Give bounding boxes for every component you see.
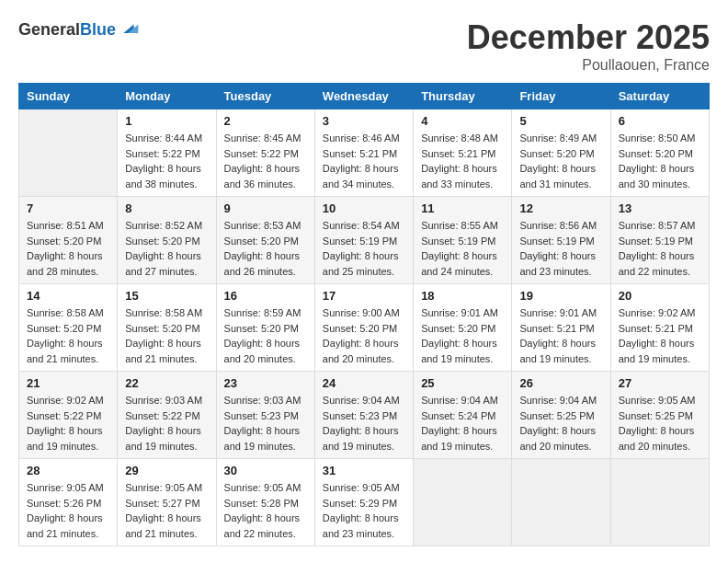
- day-number: 11: [421, 201, 504, 215]
- daylight-text: Daylight: 8 hours and 20 minutes.: [619, 423, 701, 454]
- sunrise-text: Sunrise: 8:58 AM: [27, 305, 109, 321]
- weekday-header: Thursday: [414, 84, 512, 109]
- sunrise-text: Sunrise: 8:46 AM: [323, 131, 405, 146]
- daylight-text: Daylight: 8 hours and 28 minutes.: [27, 248, 109, 279]
- day-number: 3: [323, 114, 405, 128]
- calendar-cell: 25Sunrise: 9:04 AMSunset: 5:24 PMDayligh…: [414, 372, 512, 459]
- day-info: Sunrise: 9:04 AMSunset: 5:24 PMDaylight:…: [421, 393, 504, 454]
- day-number: 19: [519, 289, 602, 303]
- day-number: 13: [619, 201, 701, 215]
- sunset-text: Sunset: 5:20 PM: [125, 234, 208, 249]
- sunrise-text: Sunrise: 8:51 AM: [27, 218, 109, 234]
- sunset-text: Sunset: 5:20 PM: [421, 321, 504, 337]
- day-number: 25: [421, 376, 504, 390]
- sunrise-text: Sunrise: 9:05 AM: [323, 480, 405, 496]
- day-info: Sunrise: 9:05 AMSunset: 5:27 PMDaylight:…: [125, 480, 208, 541]
- daylight-text: Daylight: 8 hours and 19 minutes.: [519, 336, 602, 366]
- calendar-cell: 24Sunrise: 9:04 AMSunset: 5:23 PMDayligh…: [314, 372, 413, 459]
- sunset-text: Sunset: 5:26 PM: [27, 496, 109, 511]
- sunset-text: Sunset: 5:21 PM: [619, 321, 701, 337]
- calendar-cell: 4Sunrise: 8:48 AMSunset: 5:21 PMDaylight…: [414, 109, 512, 197]
- day-info: Sunrise: 9:05 AMSunset: 5:28 PMDaylight:…: [224, 480, 307, 541]
- sunset-text: Sunset: 5:25 PM: [619, 408, 701, 424]
- sunset-text: Sunset: 5:28 PM: [224, 496, 307, 511]
- day-info: Sunrise: 8:45 AMSunset: 5:22 PMDaylight:…: [224, 131, 307, 191]
- day-info: Sunrise: 8:58 AMSunset: 5:20 PMDaylight:…: [125, 305, 208, 366]
- daylight-text: Daylight: 8 hours and 30 minutes.: [619, 161, 701, 191]
- calendar-week-row: 28Sunrise: 9:05 AMSunset: 5:26 PMDayligh…: [19, 459, 710, 546]
- calendar-cell: 31Sunrise: 9:05 AMSunset: 5:29 PMDayligh…: [314, 459, 413, 546]
- daylight-text: Daylight: 8 hours and 31 minutes.: [519, 161, 602, 191]
- daylight-text: Daylight: 8 hours and 20 minutes.: [519, 423, 602, 454]
- calendar-cell: 8Sunrise: 8:52 AMSunset: 5:20 PMDaylight…: [118, 197, 216, 284]
- sunrise-text: Sunrise: 8:44 AM: [125, 131, 208, 146]
- weekday-header: Sunday: [19, 84, 118, 109]
- logo: GeneralBlue: [18, 18, 140, 40]
- day-number: 18: [421, 289, 504, 303]
- sunrise-text: Sunrise: 8:53 AM: [224, 218, 307, 234]
- title-area: December 2025 Poullaouen, France: [467, 18, 710, 74]
- daylight-text: Daylight: 8 hours and 38 minutes.: [125, 161, 208, 191]
- sunset-text: Sunset: 5:23 PM: [224, 408, 307, 424]
- sunset-text: Sunset: 5:27 PM: [125, 496, 208, 511]
- day-info: Sunrise: 9:05 AMSunset: 5:26 PMDaylight:…: [27, 480, 109, 541]
- day-number: 6: [619, 114, 701, 128]
- sunrise-text: Sunrise: 9:05 AM: [224, 480, 307, 496]
- calendar-week-row: 1Sunrise: 8:44 AMSunset: 5:22 PMDaylight…: [19, 109, 710, 197]
- daylight-text: Daylight: 8 hours and 21 minutes.: [125, 336, 208, 366]
- day-info: Sunrise: 9:05 AMSunset: 5:25 PMDaylight:…: [619, 393, 701, 454]
- sunrise-text: Sunrise: 8:50 AM: [619, 131, 701, 146]
- calendar: SundayMondayTuesdayWednesdayThursdayFrid…: [18, 83, 710, 546]
- day-number: 10: [323, 201, 405, 215]
- weekday-header: Saturday: [610, 84, 709, 109]
- calendar-cell: [19, 109, 118, 197]
- day-number: 29: [125, 464, 208, 477]
- day-number: 26: [519, 376, 602, 390]
- day-number: 4: [421, 114, 504, 128]
- sunrise-text: Sunrise: 8:54 AM: [323, 218, 405, 234]
- month-title: December 2025: [467, 18, 710, 57]
- sunset-text: Sunset: 5:19 PM: [421, 234, 504, 249]
- calendar-cell: 21Sunrise: 9:02 AMSunset: 5:22 PMDayligh…: [19, 372, 118, 459]
- day-number: 27: [619, 376, 701, 390]
- header: GeneralBlue December 2025 Poullaouen, Fr…: [18, 18, 710, 74]
- calendar-cell: 12Sunrise: 8:56 AMSunset: 5:19 PMDayligh…: [512, 197, 610, 284]
- calendar-cell: 5Sunrise: 8:49 AMSunset: 5:20 PMDaylight…: [512, 109, 610, 197]
- day-info: Sunrise: 8:59 AMSunset: 5:20 PMDaylight:…: [224, 305, 307, 366]
- sunset-text: Sunset: 5:21 PM: [421, 146, 504, 162]
- day-info: Sunrise: 9:03 AMSunset: 5:22 PMDaylight:…: [125, 393, 208, 454]
- day-number: 5: [519, 114, 602, 128]
- calendar-cell: 27Sunrise: 9:05 AMSunset: 5:25 PMDayligh…: [610, 372, 709, 459]
- daylight-text: Daylight: 8 hours and 21 minutes.: [27, 511, 109, 541]
- day-info: Sunrise: 8:56 AMSunset: 5:19 PMDaylight:…: [519, 218, 602, 279]
- day-info: Sunrise: 8:48 AMSunset: 5:21 PMDaylight:…: [421, 131, 504, 191]
- daylight-text: Daylight: 8 hours and 26 minutes.: [224, 248, 307, 279]
- daylight-text: Daylight: 8 hours and 34 minutes.: [323, 161, 405, 191]
- calendar-cell: [414, 459, 512, 546]
- day-info: Sunrise: 9:01 AMSunset: 5:21 PMDaylight:…: [519, 305, 602, 366]
- calendar-cell: 3Sunrise: 8:46 AMSunset: 5:21 PMDaylight…: [314, 109, 413, 197]
- sunrise-text: Sunrise: 9:05 AM: [125, 480, 208, 496]
- sunset-text: Sunset: 5:20 PM: [224, 321, 307, 337]
- calendar-cell: 30Sunrise: 9:05 AMSunset: 5:28 PMDayligh…: [216, 459, 314, 546]
- sunset-text: Sunset: 5:29 PM: [323, 496, 405, 511]
- daylight-text: Daylight: 8 hours and 19 minutes.: [421, 423, 504, 454]
- calendar-cell: 7Sunrise: 8:51 AMSunset: 5:20 PMDaylight…: [19, 197, 118, 284]
- day-info: Sunrise: 9:04 AMSunset: 5:25 PMDaylight:…: [519, 393, 602, 454]
- weekday-header: Wednesday: [314, 84, 413, 109]
- calendar-week-row: 21Sunrise: 9:02 AMSunset: 5:22 PMDayligh…: [19, 372, 710, 459]
- day-number: 1: [125, 114, 208, 128]
- calendar-cell: 18Sunrise: 9:01 AMSunset: 5:20 PMDayligh…: [414, 284, 512, 372]
- sunrise-text: Sunrise: 9:04 AM: [421, 393, 504, 408]
- location-title: Poullaouen, France: [467, 57, 710, 74]
- calendar-cell: 1Sunrise: 8:44 AMSunset: 5:22 PMDaylight…: [118, 109, 216, 197]
- daylight-text: Daylight: 8 hours and 36 minutes.: [224, 161, 307, 191]
- calendar-cell: 26Sunrise: 9:04 AMSunset: 5:25 PMDayligh…: [512, 372, 610, 459]
- sunrise-text: Sunrise: 8:59 AM: [224, 305, 307, 321]
- calendar-cell: [512, 459, 610, 546]
- day-number: 15: [125, 289, 208, 303]
- day-number: 22: [125, 376, 208, 390]
- calendar-cell: 16Sunrise: 8:59 AMSunset: 5:20 PMDayligh…: [216, 284, 314, 372]
- sunset-text: Sunset: 5:21 PM: [323, 146, 405, 162]
- sunrise-text: Sunrise: 8:56 AM: [519, 218, 602, 234]
